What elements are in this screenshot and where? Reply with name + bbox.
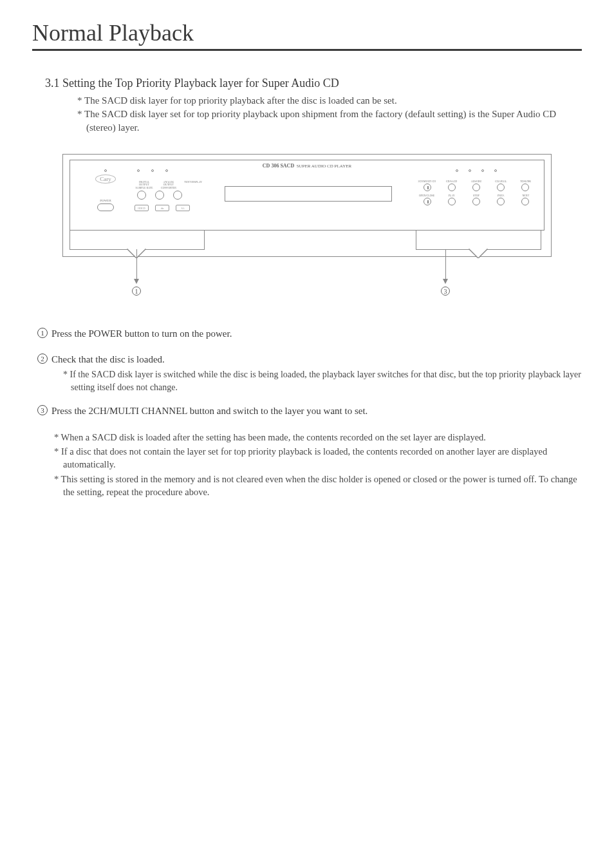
step-3-text: Press the 2CH/MULTI CHANNEL button and s… [51, 405, 367, 418]
intro-note-2: * The SACD disk layer set for top priori… [77, 108, 582, 135]
label-next: NEXT [516, 194, 536, 197]
next-button-graphic [521, 198, 529, 205]
callout-triangle-3 [469, 249, 487, 258]
power-button-graphic [97, 203, 114, 211]
step-number-1: 1 [37, 328, 48, 338]
callout-bracket-1 [70, 231, 205, 250]
intro-note-1: * The SACD disk layer for top priority p… [77, 94, 582, 108]
section-heading: 3.1 Setting the Top Priority Playback la… [45, 77, 582, 90]
diagram-label-3: 3 [441, 287, 450, 296]
step-2-block: 2 Check that the disc is loaded. * If th… [37, 354, 582, 394]
label-openclose: OPEN/CLOSE [416, 194, 437, 197]
step-2-note: * If the SACD disk layer is switched whi… [63, 368, 582, 393]
arrow-1-head [134, 279, 139, 284]
screw-icon [494, 169, 497, 172]
step-2-text: Check that the disc is loaded. [51, 354, 165, 366]
diagram-label-1: 1 [132, 287, 141, 296]
text-display-button-graphic [173, 191, 182, 200]
label-coaxial: COAXIAL [490, 180, 511, 183]
aesebu-button-graphic [472, 184, 480, 191]
label-play: PLAY [442, 194, 462, 197]
dts-logo: dts [155, 205, 169, 211]
label-aesebu: AES/EBU [466, 180, 487, 183]
coaxial-button-graphic [497, 184, 505, 191]
section-number: 3.1 [45, 77, 60, 90]
step-number-2: 2 [37, 354, 48, 364]
device-diagram: CD 306 SACD SUPER AUDIO CD PLAYER Cary P… [62, 154, 552, 302]
screw-icon [104, 169, 107, 172]
label-2ch: 2CH/MULTI CH [416, 180, 437, 183]
screw-icon [481, 169, 484, 172]
step-1: 1 Press the POWER button to turn on the … [37, 328, 582, 341]
bottom-note-3: * This setting is stored in the memory a… [54, 473, 582, 499]
screw-icon [165, 169, 168, 172]
screw-icon [456, 169, 458, 172]
label-prev: PREV. [490, 194, 511, 197]
bottom-note-2: * If a disc that does not contain the la… [54, 445, 582, 471]
step-list: 1 Press the POWER button to turn on the … [37, 328, 582, 498]
openclose-button-graphic [423, 198, 431, 205]
btn-label-analog: ANALOG OUTPUT CONVERTER [159, 181, 178, 189]
sacd-logo: SA [176, 205, 190, 211]
prev-button-graphic [497, 198, 505, 205]
device-model-title: CD 306 SACD SUPER AUDIO CD PLAYER [263, 163, 351, 169]
btn-label-text: TEXT DISPLAY [183, 181, 203, 189]
page-title: Normal Playback [32, 19, 582, 51]
hdcd-logo: HDCD [135, 205, 149, 211]
step-1-text: Press the POWER button to turn on the po… [51, 328, 232, 341]
display-window-graphic [225, 186, 392, 202]
arrow-3-head [443, 279, 448, 284]
step-2: 2 Check that the disc is loaded. [37, 354, 582, 366]
intro-notes: * The SACD disk layer for top priority p… [77, 94, 582, 135]
section-title: Setting the Top Priority Playback layer … [62, 77, 339, 90]
screw-icon [151, 169, 154, 172]
play-button-graphic [448, 198, 456, 205]
step-number-3: 3 [37, 405, 48, 415]
power-label: POWER [100, 199, 111, 202]
arrow-3-stem [445, 249, 446, 280]
stop-button-graphic [472, 198, 480, 205]
toslink-button-graphic [521, 184, 529, 191]
brand-logo: Cary [95, 175, 116, 184]
bottom-notes: * When a SACD disk is loaded after the s… [54, 431, 582, 498]
label-stop: STOP [466, 194, 487, 197]
screw-icon [469, 169, 471, 172]
label-cdsacd: CD/SACD [442, 180, 462, 183]
cdsacd-button-graphic [448, 184, 456, 191]
bottom-note-1: * When a SACD disk is loaded after the s… [54, 431, 582, 444]
label-toslink: TOSLINK [516, 180, 536, 183]
btn-label-digital: DIGITAL OUTPUT SAMPLE RATE [135, 181, 154, 189]
arrow-1-stem [136, 249, 137, 280]
callout-bracket-3 [416, 231, 541, 250]
2ch-button-graphic [423, 184, 431, 191]
step-3: 3 Press the 2CH/MULTI CHANNEL button and… [37, 405, 582, 418]
analog-output-button-graphic [155, 191, 164, 200]
digital-output-button-graphic [137, 191, 146, 200]
screw-icon [137, 169, 140, 172]
